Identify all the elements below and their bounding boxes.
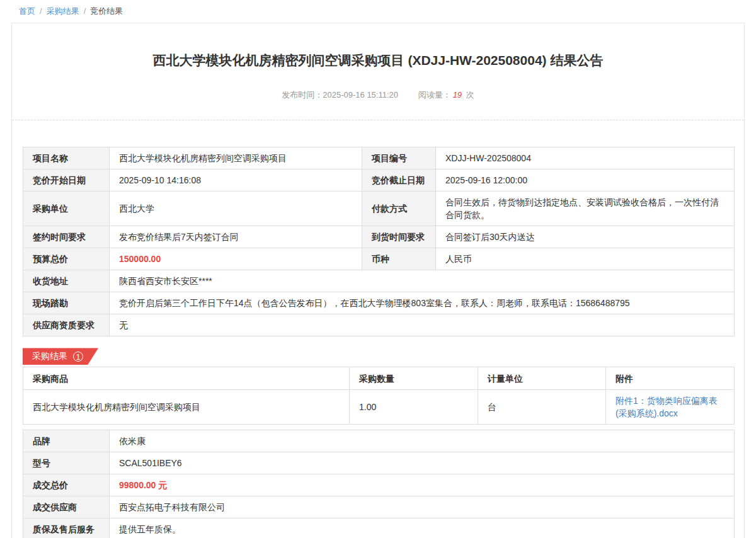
breadcrumb: 首页/采购结果/竞价结果 (0, 0, 756, 23)
table-label-cell: 预算总价 (23, 248, 110, 270)
table-label-cell: 成交供应商 (23, 496, 110, 518)
table-label-cell: 现场踏勘 (23, 292, 110, 314)
info-row-full: 收货地址陕西省西安市长安区**** (23, 270, 735, 292)
table-label-cell: 到货时间要求 (362, 226, 436, 248)
table-label-cell: 竞价截止日期 (362, 169, 436, 192)
table-label-cell: 项目名称 (23, 147, 110, 169)
detail-row: 型号SCAL501IBEY6 (23, 452, 735, 474)
table-value-cell: 2025-09-16 12:00:00 (436, 169, 735, 192)
views: 阅读量：19 次 (418, 90, 474, 100)
info-row: 预算总价150000.00币种人民币 (23, 248, 735, 270)
breadcrumb-separator: / (40, 6, 42, 16)
table-label-cell: 品牌 (23, 430, 110, 452)
table-value-cell: 合同生效后，待货物到达指定地点、安装调试验收合格后，一次性付清合同货款。 (436, 192, 735, 226)
table-value-cell: 发布竞价结果后7天内签订合同 (110, 226, 362, 248)
info-row: 采购单位西北大学付款方式合同生效后，待货物到达指定地点、安装调试验收合格后，一次… (23, 192, 735, 226)
items-header-cell: 计量单位 (478, 367, 606, 390)
announcement-card: 西北大学模块化机房精密列间空调采购项目 (XDJJ-HW-202508004) … (11, 23, 745, 538)
table-value-cell: 合同签订后30天内送达 (436, 226, 735, 248)
table-value-cell: 无 (110, 314, 735, 336)
table-value-cell: 人民币 (436, 248, 735, 270)
table-value-cell: 2025-09-10 14:16:08 (110, 169, 362, 192)
table-label-cell: 付款方式 (362, 192, 436, 226)
table-label-cell: 采购单位 (23, 192, 110, 226)
table-value-cell: 提供五年质保。 (110, 518, 735, 538)
items-row: 西北大学模块化机房精密列间空调采购项目1.00台附件1：货物类响应偏离表(采购系… (23, 390, 735, 425)
table-value-cell: 竞价开启后第三个工作日下午14点（包含公告发布日），在西北大学物理楼803室集合… (110, 292, 735, 314)
table-value-cell: 西安点拓电子科技有限公司 (110, 496, 735, 518)
attachment-link[interactable]: 附件1：货物类响应偏离表(采购系统).docx (616, 396, 718, 418)
item-unit-cell: 台 (478, 390, 606, 425)
info-row: 竞价开始日期2025-09-10 14:16:08竞价截止日期2025-09-1… (23, 169, 735, 192)
table-value-cell: 99800.00 元 (110, 474, 735, 496)
purchase-items-table: 采购商品采购数量计量单位附件 西北大学模块化机房精密列间空调采购项目1.00台附… (23, 367, 735, 425)
table-label-cell: 质保及售后服务 (23, 518, 110, 538)
items-header-cell: 采购商品 (23, 367, 350, 390)
breadcrumb-separator: / (84, 6, 86, 16)
page-title: 西北大学模块化机房精密列间空调采购项目 (XDJJ-HW-202508004) … (50, 51, 706, 69)
table-label-cell: 成交总价 (23, 474, 110, 496)
table-label-cell: 供应商资质要求 (23, 314, 110, 336)
result-count-badge: 1 (73, 352, 83, 362)
table-value-cell: 西北大学模块化机房精密列间空调采购项目 (110, 147, 362, 169)
table-value-cell: 依米康 (110, 430, 735, 452)
views-count: 19 (453, 90, 462, 100)
table-value-cell: 西北大学 (110, 192, 362, 226)
items-header-cell: 采购数量 (350, 367, 478, 390)
detail-row: 成交供应商西安点拓电子科技有限公司 (23, 496, 735, 518)
table-label-cell: 收货地址 (23, 270, 110, 292)
result-section-badge: 采购结果 1 (23, 348, 98, 365)
detail-row: 品牌依米康 (23, 430, 735, 452)
table-value-cell: 150000.00 (110, 248, 362, 270)
publish-time: 发布时间：2025-09-16 15:11:20 (282, 90, 398, 100)
breadcrumb-current: 竞价结果 (90, 6, 123, 16)
item-product-cell: 西北大学模块化机房精密列间空调采购项目 (23, 390, 350, 425)
item-attachment-cell: 附件1：货物类响应偏离表(采购系统).docx (606, 390, 735, 425)
table-label-cell: 竞价开始日期 (23, 169, 110, 192)
info-row: 项目名称西北大学模块化机房精密列间空调采购项目项目编号XDJJ-HW-20250… (23, 147, 735, 169)
breadcrumb-home-link[interactable]: 首页 (19, 6, 35, 16)
info-row-full: 现场踏勘竞价开启后第三个工作日下午14点（包含公告发布日），在西北大学物理楼80… (23, 292, 735, 314)
table-label-cell: 项目编号 (362, 147, 436, 169)
result-detail-table: 品牌依米康型号SCAL501IBEY6成交总价99800.00 元成交供应商西安… (23, 430, 735, 538)
table-value-cell: XDJJ-HW-202508004 (436, 147, 735, 169)
article-meta: 发布时间：2025-09-16 15:11:20 阅读量：19 次 (12, 89, 744, 101)
items-header-cell: 附件 (606, 367, 735, 390)
table-label-cell: 签约时间要求 (23, 226, 110, 248)
item-quantity-cell: 1.00 (350, 390, 478, 425)
info-row: 签约时间要求发布竞价结果后7天内签订合同到货时间要求合同签订后30天内送达 (23, 226, 735, 248)
divider (12, 120, 744, 120)
page: 首页/采购结果/竞价结果 西北大学模块化机房精密列间空调采购项目 (XDJJ-H… (0, 0, 756, 538)
detail-row: 成交总价99800.00 元 (23, 474, 735, 496)
content: 项目名称西北大学模块化机房精密列间空调采购项目项目编号XDJJ-HW-20250… (12, 147, 744, 538)
info-row-full: 供应商资质要求无 (23, 314, 735, 336)
table-label-cell: 币种 (362, 248, 436, 270)
project-info-table: 项目名称西北大学模块化机房精密列间空调采购项目项目编号XDJJ-HW-20250… (23, 147, 735, 336)
table-value-cell: SCAL501IBEY6 (110, 452, 735, 474)
table-label-cell: 型号 (23, 452, 110, 474)
breadcrumb-results-link[interactable]: 采购结果 (47, 6, 79, 16)
table-value-cell: 陕西省西安市长安区**** (110, 270, 735, 292)
detail-row: 质保及售后服务提供五年质保。 (23, 518, 735, 538)
result-badge-label: 采购结果 (32, 351, 67, 362)
